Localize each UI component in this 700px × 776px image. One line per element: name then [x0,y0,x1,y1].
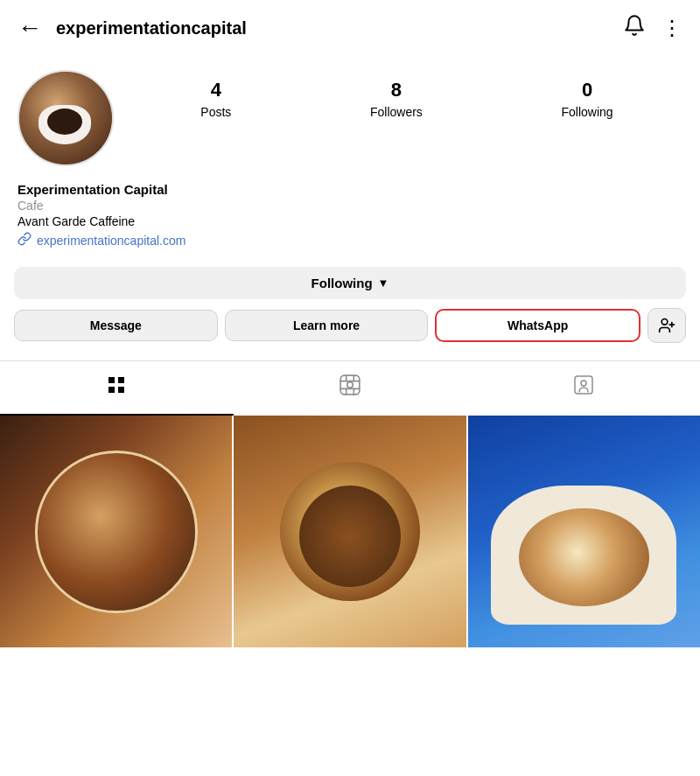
posts-label: Posts [200,105,231,119]
tagged-icon [573,374,594,401]
tab-reels[interactable] [234,361,467,416]
reels-icon [339,374,361,402]
profile-name: Experimentation Capital [18,182,682,197]
header: ← experimentationcapital ⋮ [0,0,700,56]
avatar-image [19,72,112,164]
profile-tagline: Avant Garde Caffeine [18,214,682,228]
message-button[interactable]: Message [14,310,218,341]
stats-container: 4 Posts 8 Followers 0 Following [131,70,682,119]
stat-followers[interactable]: 8 Followers [370,79,423,119]
notification-icon[interactable] [623,14,646,42]
grid-item-3[interactable] [468,416,700,647]
more-options-icon[interactable]: ⋮ [662,16,682,40]
header-icons: ⋮ [623,14,682,42]
following-button-label: Following [312,276,373,290]
action-buttons: Following ▼ Message Learn more WhatsApp [0,260,700,353]
svg-point-8 [347,382,354,388]
grid-item-1[interactable] [0,416,232,647]
following-button[interactable]: Following ▼ [14,267,686,299]
chevron-down-icon: ▼ [378,276,389,290]
bio-section: Experimentation Capital Cafe Avant Garde… [0,173,700,260]
following-label: Following [562,105,613,119]
avatar [18,70,114,166]
back-button[interactable]: ← [18,14,42,42]
profile-website[interactable]: experimentationcapital.com [18,232,682,249]
followers-label: Followers [370,105,423,119]
add-friend-button[interactable] [648,308,686,343]
profile-username: experimentationcapital [56,18,247,38]
link-icon [18,232,32,249]
svg-rect-15 [575,376,592,394]
svg-point-16 [581,381,586,386]
grid-item-2[interactable] [234,416,466,647]
stat-following[interactable]: 0 Following [562,79,613,119]
posts-count: 4 [211,79,221,101]
tab-bar [0,360,700,416]
learn-more-button[interactable]: Learn more [225,310,429,341]
profile-category: Cafe [18,199,682,213]
header-left: ← experimentationcapital [18,14,247,42]
photo-grid [0,416,700,647]
svg-rect-5 [108,387,115,393]
stat-posts[interactable]: 4 Posts [200,79,231,119]
whatsapp-button[interactable]: WhatsApp [435,309,640,342]
profile-section: 4 Posts 8 Followers 0 Following [0,56,700,173]
followers-count: 8 [391,79,402,101]
grid-icon [106,374,127,401]
svg-point-0 [662,319,668,325]
following-count: 0 [582,79,592,101]
svg-rect-4 [118,377,124,383]
website-url: experimentationcapital.com [37,234,186,248]
svg-rect-3 [108,377,115,383]
tab-grid[interactable] [0,361,234,416]
svg-rect-6 [118,387,124,393]
avatar-container [18,70,114,166]
bottom-buttons-row: Message Learn more WhatsApp [14,308,686,343]
svg-rect-7 [340,375,360,395]
tab-tagged[interactable] [466,361,700,416]
